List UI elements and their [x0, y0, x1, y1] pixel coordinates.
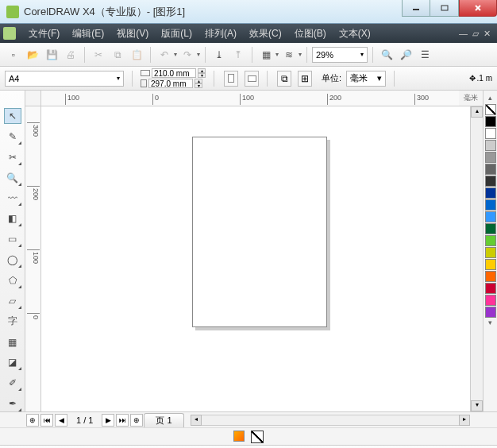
ruler-vertical[interactable]: 3002001000 [25, 106, 41, 411]
paste-button[interactable]: 📋 [128, 46, 145, 64]
last-page-button[interactable]: ⏭ [116, 414, 129, 427]
page-object[interactable] [192, 137, 327, 327]
eyedropper-tool[interactable]: ✐ [4, 375, 21, 391]
ruler-horizontal[interactable]: 1000100200300 [41, 91, 459, 106]
color-swatch[interactable] [485, 176, 496, 187]
import-button[interactable]: ⤓ [210, 46, 228, 64]
mdi-close-button[interactable]: ✕ [484, 29, 491, 39]
welcome-button[interactable]: ≋▾ [280, 46, 302, 64]
zoom-in-icon[interactable]: 🔍 [378, 46, 395, 64]
color-swatch[interactable] [485, 152, 496, 163]
outline-tool[interactable]: ✒ [4, 396, 21, 411]
ruler-origin[interactable] [25, 91, 41, 106]
color-swatch[interactable] [485, 247, 496, 258]
color-swatch[interactable] [485, 128, 496, 139]
text-tool[interactable]: 字 [4, 314, 21, 330]
width-spinner[interactable]: ▴▾ [198, 68, 206, 78]
open-button[interactable]: 📂 [24, 46, 41, 64]
add-page-before-button[interactable]: ⊕ [26, 414, 39, 427]
color-swatch[interactable] [485, 307, 496, 318]
window-close-button[interactable] [459, 0, 497, 17]
color-swatch[interactable] [485, 104, 496, 115]
page-tab[interactable]: 页 1 [144, 413, 183, 427]
pick-tool[interactable]: ↖ [4, 108, 21, 124]
undo-button[interactable]: ↶▾ [156, 46, 177, 64]
polygon-tool[interactable]: ⬠ [4, 272, 21, 288]
redo-button[interactable]: ↷▾ [179, 46, 200, 64]
mdi-restore-button[interactable]: ▱ [472, 29, 479, 39]
color-swatch[interactable] [485, 140, 496, 151]
save-button[interactable]: 💾 [43, 46, 60, 64]
zoom-tool[interactable]: 🔍 [4, 170, 21, 186]
color-swatch[interactable] [485, 199, 496, 210]
units-label: 单位: [322, 72, 341, 84]
page-layout-button[interactable]: ⧉ [277, 71, 291, 87]
add-page-after-button[interactable]: ⊕ [130, 414, 143, 427]
vertical-scrollbar[interactable]: ▴ ▾ [470, 106, 483, 411]
scroll-down-button[interactable]: ▾ [471, 400, 483, 411]
interactive-tool[interactable]: ◪ [4, 355, 21, 371]
next-page-button[interactable]: ▶ [102, 414, 114, 427]
color-swatch[interactable] [485, 211, 496, 222]
rectangle-tool[interactable]: ▭ [4, 231, 21, 247]
basic-shapes-tool[interactable]: ▱ [4, 293, 21, 309]
nudge-value[interactable]: .1 m [477, 74, 492, 83]
print-button[interactable]: 🖨 [62, 46, 79, 64]
copy-button[interactable]: ⧉ [109, 46, 126, 64]
menu-arrange[interactable]: 排列(A) [198, 27, 243, 41]
color-swatch[interactable] [485, 223, 496, 234]
new-button[interactable]: ▫ [5, 46, 22, 64]
color-swatch[interactable] [485, 271, 496, 282]
units-dropdown[interactable]: 毫米▾ [346, 71, 386, 87]
color-swatch[interactable] [485, 259, 496, 270]
page-width-input[interactable]: 210.0 mm [152, 68, 196, 78]
paper-size-dropdown[interactable]: A4▾ [5, 71, 124, 87]
freehand-tool[interactable]: 〰 [4, 191, 21, 207]
cut-button[interactable]: ✂ [90, 46, 107, 64]
color-swatch[interactable] [485, 164, 496, 175]
app-icon [6, 6, 19, 18]
menu-layout[interactable]: 版面(L) [155, 27, 198, 41]
color-swatch[interactable] [485, 116, 496, 127]
ellipse-tool[interactable]: ◯ [4, 252, 21, 268]
scroll-left-button[interactable]: ◂ [191, 415, 202, 426]
app-launcher-button[interactable]: ▦▾ [257, 46, 279, 64]
scroll-right-button[interactable]: ▸ [459, 415, 470, 426]
portrait-button[interactable] [224, 71, 238, 87]
zoom-level-dropdown[interactable]: 29%▾ [312, 47, 368, 63]
window-minimize-button[interactable] [402, 0, 430, 17]
color-swatch[interactable] [485, 295, 496, 306]
height-spinner[interactable]: ▴▾ [195, 79, 202, 88]
no-fill-indicator[interactable] [251, 431, 264, 443]
menu-text[interactable]: 文本(X) [333, 27, 377, 41]
menu-file[interactable]: 文件(F) [22, 27, 66, 41]
menu-bitmap[interactable]: 位图(B) [288, 27, 333, 41]
crop-tool[interactable]: ✂ [4, 149, 21, 165]
smart-fill-tool[interactable]: ◧ [4, 210, 21, 226]
color-swatch[interactable] [485, 187, 496, 199]
color-swatch[interactable] [485, 283, 496, 294]
color-swatch[interactable] [485, 235, 496, 246]
export-button[interactable]: ⤒ [229, 46, 247, 64]
menu-edit[interactable]: 编辑(E) [66, 27, 110, 41]
page-height-input[interactable]: 297.0 mm [148, 79, 193, 88]
palette-down-button[interactable]: ▾ [488, 319, 492, 328]
canvas-area: 1000100200300 毫米 3002001000 ▴ ▾ [25, 91, 483, 411]
mdi-minimize-button[interactable]: — [459, 29, 468, 39]
prev-page-button[interactable]: ◀ [55, 414, 67, 427]
palette-up-button[interactable]: ▴ [488, 94, 492, 103]
horizontal-scrollbar[interactable]: ◂ ▸ [191, 415, 470, 426]
scroll-up-button[interactable]: ▴ [471, 106, 483, 118]
options-button[interactable]: ☰ [416, 46, 433, 64]
landscape-button[interactable] [245, 71, 259, 87]
drawing-canvas[interactable] [41, 106, 470, 411]
page-background-button[interactable]: ⊞ [298, 71, 312, 87]
menu-view[interactable]: 视图(V) [110, 27, 155, 41]
menu-effects[interactable]: 效果(C) [243, 27, 288, 41]
fill-color-indicator[interactable] [233, 431, 246, 443]
first-page-button[interactable]: ⏮ [40, 414, 53, 427]
shape-tool[interactable]: ✎ [4, 129, 21, 145]
zoom-out-icon[interactable]: 🔎 [397, 46, 414, 64]
table-tool[interactable]: ▦ [4, 334, 21, 350]
window-maximize-button[interactable] [430, 0, 459, 17]
